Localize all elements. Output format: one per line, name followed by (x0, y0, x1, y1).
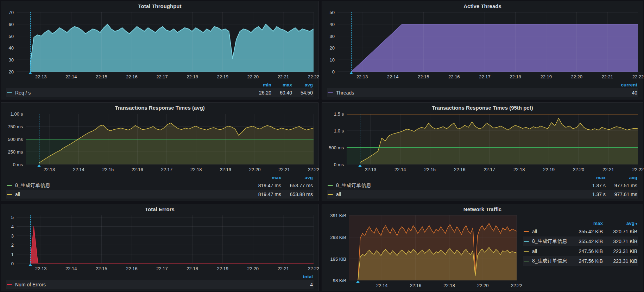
plot-area[interactable] (17, 215, 314, 264)
x-axis-label: 22:14 (376, 283, 388, 288)
legend: maxavg8_生成订单信息1.37 s977.51 msall1.37 s97… (326, 173, 638, 199)
panel-total-throughput: Total Throughput 20304050607022:1322:142… (1, 1, 319, 99)
panel-title[interactable]: Network Traffic (322, 204, 643, 215)
y-axis: 0 ms500 ms1.0 s1.5 s (326, 114, 347, 164)
x-axis-label: 22:21 (602, 74, 613, 79)
legend-value: 4 (292, 282, 313, 287)
y-axis-label: 0 (332, 69, 335, 74)
panel-title[interactable]: Transactions Response Times (avg) (1, 103, 318, 113)
x-axis-label: 22:20 (247, 266, 259, 271)
legend-header-min[interactable]: min (251, 82, 271, 87)
series-fill (39, 123, 314, 164)
x-axis-label: 22:17 (156, 74, 168, 79)
legend-series-row[interactable]: all1.37 s977.61 ms (327, 190, 638, 199)
x-axis-label: 22:17 (479, 74, 491, 79)
legend-header-max[interactable]: max (271, 82, 292, 87)
annotation-marker-icon[interactable] (29, 264, 32, 266)
legend-header-total[interactable]: total (292, 274, 313, 279)
legend-series-row[interactable]: all355.42 KiB320.71 KiB (523, 227, 638, 236)
panel-transactions-response-avg: Transactions Response Times (avg) 0 ms25… (1, 102, 319, 201)
legend-series-row[interactable]: Req / s26.2060.4054.50 (6, 88, 314, 97)
y-axis: 012345 (5, 215, 17, 264)
y-axis-label: 500 ms (8, 137, 23, 142)
annotation-marker-icon[interactable] (349, 72, 353, 74)
legend-header-avg[interactable]: avg (292, 82, 313, 87)
x-axis: 22:1322:1422:1522:1622:1722:1822:1922:20… (26, 164, 314, 173)
y-axis-label: 50 (330, 10, 335, 15)
plot-area[interactable] (26, 114, 314, 164)
annotation-marker-icon[interactable] (29, 72, 32, 74)
legend-value: 1.37 s (574, 183, 606, 188)
plot-row: 203040506070 (5, 12, 314, 72)
legend-series-label: all (336, 192, 341, 197)
y-axis-label: 20 (9, 69, 14, 74)
y-axis: 0 ms250 ms500 ms750 ms1.00 s (5, 114, 26, 164)
legend-header-max[interactable]: max (568, 221, 603, 226)
plot-row: 98 KiB195 KiB293 KiB391 KiB (326, 215, 517, 280)
series-color-dash-icon (7, 284, 12, 285)
chart-svg (26, 114, 314, 164)
series-color-dash-icon (328, 92, 333, 93)
legend-header-row: maxavg▾ (523, 220, 638, 227)
legend-series-row[interactable]: 8_生成订单信息247.56 KiB223.31 KiB (523, 256, 638, 266)
legend-header-current[interactable]: current (611, 82, 637, 87)
x-axis-label: 22:21 (602, 167, 614, 172)
y-axis-label: 250 ms (8, 149, 23, 155)
y-axis-label: 1.0 s (334, 128, 344, 134)
panel-transactions-response-95pct: Transactions Response Times (95th pct) 0… (322, 102, 643, 201)
legend-header-max[interactable]: max (574, 175, 606, 180)
legend-value: 977.51 ms (606, 183, 637, 188)
x-axis-label: 22:17 (156, 266, 168, 271)
annotation-marker-icon[interactable] (358, 164, 362, 167)
dashboard-grid: Total Throughput 20304050607022:1322:142… (0, 0, 644, 292)
panel-network-traffic: Network Traffic 98 KiB195 KiB293 KiB391 … (322, 204, 643, 291)
legend-series-row[interactable]: 8_生成订单信息1.37 s977.51 ms (327, 181, 638, 190)
panel-title[interactable]: Total Errors (1, 204, 318, 215)
x-axis-label: 22:14 (394, 167, 406, 172)
y-axis-label: 2 (11, 242, 14, 248)
legend-header-avg[interactable]: avg (606, 175, 637, 180)
x-axis: 22:1422:1622:1822:2022:22 (349, 280, 517, 289)
legend: minmaxavgReq / s26.2060.4054.50 (5, 80, 314, 97)
panel-title[interactable]: Total Throughput (1, 1, 318, 12)
plot-area[interactable] (337, 12, 638, 72)
x-axis-label: 22:15 (96, 266, 107, 271)
x-axis-label: 22:20 (249, 167, 261, 172)
legend: maxavg▾all355.42 KiB320.71 KiB8_生成订单信息35… (517, 215, 638, 289)
series-color-dash-icon (524, 231, 529, 232)
y-axis: 203040506070 (5, 12, 17, 72)
x-axis-label: 22:20 (571, 74, 583, 79)
y-axis-label: 4 (11, 224, 14, 229)
annotation-marker-icon[interactable] (356, 280, 360, 283)
legend-series-row[interactable]: all819.47 ms653.88 ms (6, 190, 314, 199)
chart-svg (347, 114, 638, 164)
legend-header-avg[interactable]: avg (281, 175, 313, 180)
x-axis-label: 22:13 (35, 74, 47, 79)
legend-series-row[interactable]: Num of Errors4 (6, 280, 314, 289)
legend: totalNum of Errors4 (5, 272, 314, 289)
legend-series-row[interactable]: 8_生成订单信息819.47 ms653.77 ms (6, 181, 314, 190)
legend-value: 40 (611, 90, 637, 96)
y-axis-label: 1.00 s (11, 111, 23, 117)
plot-area[interactable] (17, 12, 314, 72)
chart-zone: 0 ms500 ms1.0 s1.5 s22:1322:1422:1522:16… (326, 114, 638, 199)
series-color-dash-icon (7, 92, 12, 93)
legend-series-row[interactable]: all247.56 KiB223.31 KiB (523, 246, 638, 256)
legend-header-max[interactable]: max (250, 175, 281, 180)
legend-series-row[interactable]: Threads40 (327, 88, 638, 97)
chart-svg (17, 12, 314, 72)
plot-area[interactable] (349, 215, 517, 280)
y-axis-label: 3 (11, 233, 14, 238)
series-color-dash-icon (524, 261, 529, 261)
x-axis-label: 22:21 (278, 74, 289, 79)
panel-title[interactable]: Active Threads (322, 1, 643, 12)
legend-value: 977.61 ms (606, 192, 637, 197)
series-color-dash-icon (7, 194, 12, 195)
annotation-line (30, 215, 31, 264)
legend-header-avg[interactable]: avg▾ (603, 221, 637, 226)
plot-area[interactable] (347, 114, 638, 164)
legend-series-row[interactable]: 8_生成订单信息355.42 KiB320.71 KiB (523, 236, 638, 246)
legend-value: 1.37 s (574, 192, 606, 197)
annotation-marker-icon[interactable] (37, 164, 41, 167)
panel-title[interactable]: Transactions Response Times (95th pct) (322, 103, 643, 113)
